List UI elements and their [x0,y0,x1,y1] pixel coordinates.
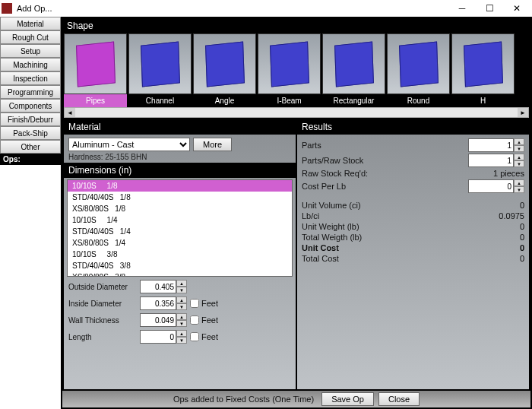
shape-round[interactable]: Round [387,33,450,107]
wall-thickness-label: Wall Thickness [68,316,137,325]
window-title: Add Op... [17,4,448,13]
ops-list [0,165,61,409]
material-panel: Material Aluminum - Cast More Hardness: … [64,119,296,389]
inside-diameter-up[interactable]: ▲ [176,296,187,303]
titlebar: Add Op... ─ ☐ ✕ [0,0,532,17]
shape-label: Pipes [64,94,127,107]
unit-weight-label: Unit Weight (lb) [302,222,479,231]
shape-label: Channel [128,94,192,107]
total-cost-label: Total Cost [302,254,479,263]
shape-i-beam[interactable]: I-Beam [258,33,321,107]
sidebar-finish-deburr[interactable]: Finish/Deburr [0,113,61,126]
parts-raw-down[interactable]: ▼ [514,160,524,167]
parts-input[interactable] [468,138,514,152]
save-op-button[interactable]: Save Op [321,392,374,406]
dimension-row[interactable]: STD/40/40S 1/8 [68,192,292,203]
sidebar-setup[interactable]: Setup [0,44,61,58]
shape-header: Shape [62,18,530,33]
material-header: Material [64,119,296,135]
maximize-button[interactable]: ☐ [476,1,503,16]
shape-label: Angle [193,94,256,107]
material-select[interactable]: Aluminum - Cast [68,138,190,151]
shape-rectangular[interactable]: Rectangular [322,33,385,107]
cost-per-lb-down[interactable]: ▼ [514,186,524,193]
outside-diameter-up[interactable]: ▲ [176,280,187,287]
dimension-row[interactable]: 10/10S 1/4 [68,214,292,226]
shape-thumb [64,33,127,94]
parts-up[interactable]: ▲ [514,138,524,145]
dimension-row[interactable]: STD/40/40S 3/8 [68,260,292,271]
shape-thumb [451,33,515,94]
dimensions-header: Dimensions (in) [64,163,296,178]
wall-thickness-up[interactable]: ▲ [176,313,187,320]
parts-raw-up[interactable]: ▲ [514,154,524,160]
shape-label: Rectangular [322,94,385,107]
shape-thumb [387,33,450,94]
dimensions-list[interactable]: 10/10S 1/8STD/40/40S 1/8XS/80/80S 1/810/… [67,179,293,277]
close-button[interactable]: Close [378,392,420,406]
dimension-row[interactable]: 10/10S 1/8 [68,180,292,192]
dimension-row[interactable]: XS/80/80S 3/8 [68,271,292,277]
wall-thickness-feet-checkbox[interactable] [190,315,199,325]
inside-diameter-label: Inside Diameter [68,300,137,308]
shape-scrollbar[interactable]: ◄ ► [64,107,529,118]
material-more-button[interactable]: More [193,138,232,151]
shape-channel[interactable]: Channel [128,33,192,107]
feet-label: Feet [201,315,218,325]
outside-diameter-input[interactable] [140,280,176,293]
shape-thumb [322,33,385,94]
sidebar-material[interactable]: Material [0,17,61,30]
shape-thumb [258,33,321,94]
total-weight-value: 0 [479,233,524,242]
main-area: Shape PipesChannelAngleI-BeamRectangular… [61,17,532,409]
footer: Ops added to Fixed Costs (One Time) Save… [62,391,530,407]
dimension-row[interactable]: 10/10S 3/8 [68,249,292,260]
length-down[interactable]: ▼ [176,337,187,344]
sidebar-rough-cut[interactable]: Rough Cut [0,30,61,44]
parts-label: Parts [302,141,468,150]
sidebar: Material Rough Cut Setup Machining Inspe… [0,17,61,409]
footer-message: Ops added to Fixed Costs (One Time) [173,395,314,404]
sidebar-components[interactable]: Components [0,99,61,113]
shape-pipes[interactable]: Pipes [64,33,127,107]
scroll-left-icon[interactable]: ◄ [65,108,75,117]
sidebar-pack-ship[interactable]: Pack-Ship [0,126,61,140]
length-up[interactable]: ▲ [176,330,187,337]
wall-thickness-input[interactable] [140,313,176,327]
shape-angle[interactable]: Angle [193,33,256,107]
cost-per-lb-input[interactable] [468,179,514,193]
wall-thickness-down[interactable]: ▼ [176,320,187,327]
outside-diameter-down[interactable]: ▼ [176,287,187,293]
sidebar-other[interactable]: Other [0,140,61,154]
sidebar-programming[interactable]: Programming [0,85,61,99]
dimension-row[interactable]: XS/80/80S 1/8 [68,203,292,214]
raw-stock-value: 1 pieces [479,169,524,178]
feet-label: Feet [201,332,218,341]
dimension-row[interactable]: XS/80/80S 1/4 [68,237,292,249]
minimize-button[interactable]: ─ [448,1,476,16]
inside-diameter-input[interactable] [140,296,176,310]
feet-label: Feet [201,299,218,308]
scroll-right-icon[interactable]: ► [518,108,528,117]
shape-list: PipesChannelAngleI-BeamRectangularRoundH [62,33,530,107]
close-window-button[interactable]: ✕ [503,1,530,16]
parts-raw-input[interactable] [468,154,514,167]
raw-stock-label: Raw Stock Req'd: [302,169,479,178]
sidebar-machining[interactable]: Machining [0,58,61,71]
inside-diameter-feet-checkbox[interactable] [190,299,199,308]
parts-down[interactable]: ▼ [514,145,524,152]
shape-thumb [193,33,256,94]
total-weight-label: Total Weigth (lb) [302,233,479,242]
ops-label: Ops: [0,154,61,165]
cost-per-lb-up[interactable]: ▲ [514,179,524,186]
length-input[interactable] [140,330,176,344]
dimension-row[interactable]: STD/40/40S 1/4 [68,226,292,237]
shape-label: H [451,94,515,107]
length-feet-checkbox[interactable] [190,332,199,341]
sidebar-inspection[interactable]: Inspection [0,71,61,85]
app-icon [2,3,12,14]
shape-label: Round [387,94,450,107]
total-cost-value: 0 [479,254,524,263]
inside-diameter-down[interactable]: ▼ [176,303,187,310]
shape-h[interactable]: H [451,33,515,107]
